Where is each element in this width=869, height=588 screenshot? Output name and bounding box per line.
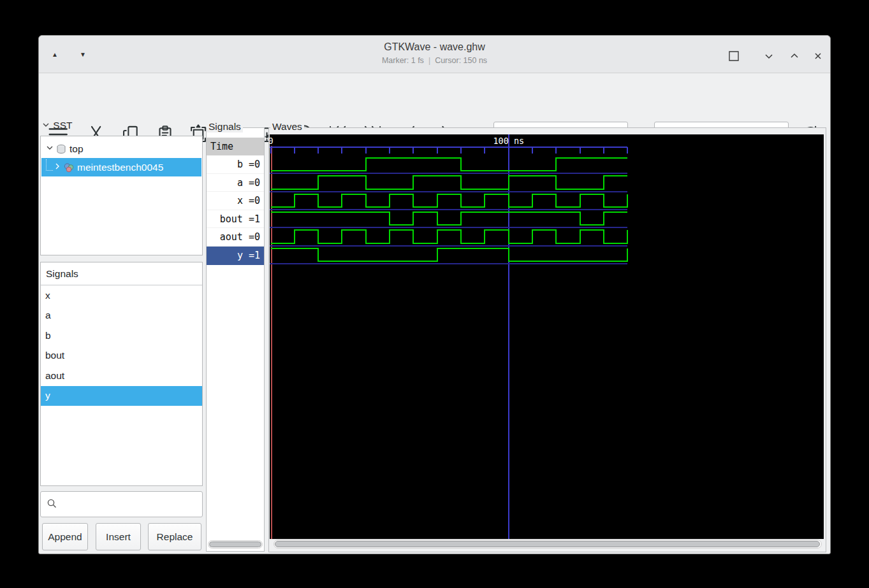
scrollbar-thumb[interactable] — [275, 541, 820, 547]
tree-item-top[interactable]: top — [41, 140, 201, 158]
chevron-right-icon[interactable] — [53, 162, 62, 173]
replace-button[interactable]: Replace — [148, 523, 201, 550]
window-title: GTKWave - wave.ghw — [39, 41, 830, 53]
value-row-aout[interactable]: aout =0 — [207, 228, 264, 247]
tree-item-meintestbench0045[interactable]: meintestbench0045 — [41, 158, 201, 176]
signal-browser: Signals xabboutaouty — [40, 262, 203, 486]
fullscreen-icon[interactable] — [726, 48, 741, 64]
signal-item-aout[interactable]: aout — [41, 366, 202, 386]
search-input[interactable] — [57, 492, 202, 517]
svg-text:0: 0 — [270, 136, 274, 146]
chevron-down-icon[interactable] — [41, 120, 50, 132]
tree-connector — [46, 159, 53, 171]
signals-values-panel: Time b =0a =0x =0bout =1aout =0y =1 — [206, 127, 265, 552]
signal-item-bout[interactable]: bout — [41, 346, 202, 366]
toolbar: From: To: — [39, 74, 830, 118]
signal-item-x[interactable]: x — [41, 285, 202, 306]
waves-hscrollbar[interactable] — [274, 540, 822, 549]
time-header: Time — [207, 138, 264, 155]
signals-frame-label: Signals — [207, 121, 243, 133]
search-icon — [46, 498, 57, 512]
signal-item-a[interactable]: a — [41, 306, 202, 326]
signal-browser-header: Signals — [41, 262, 202, 285]
gtkwave-window: ▲ ▼ GTKWave - wave.ghw Marker: 1 fs|Curs… — [38, 35, 831, 554]
value-row-bout[interactable]: bout =1 — [207, 210, 264, 229]
signal-item-b[interactable]: b — [41, 326, 202, 346]
append-button[interactable]: Append — [42, 523, 88, 550]
tree-item-label: meintestbench0045 — [77, 162, 163, 173]
maximize-icon[interactable] — [787, 48, 802, 64]
scrollbar-thumb[interactable] — [209, 541, 261, 547]
value-row-b[interactable]: b =0 — [207, 155, 264, 174]
marker-status: Marker: 1 fs — [382, 56, 424, 65]
sst-tree: top meintestbench0045 — [40, 136, 203, 255]
insert-button[interactable]: Insert — [96, 523, 141, 550]
waves-frame-label: Waves — [270, 121, 304, 133]
signal-browser-list: xabboutaouty — [41, 285, 202, 406]
signal-item-y[interactable]: y — [41, 386, 202, 406]
value-row-a[interactable]: a =0 — [207, 174, 264, 192]
titlebar[interactable]: ▲ ▼ GTKWave - wave.ghw Marker: 1 fs|Curs… — [39, 36, 830, 73]
close-icon[interactable] — [810, 48, 826, 64]
database-icon — [55, 143, 67, 155]
cursor-status: Cursor: 150 ns — [435, 56, 487, 65]
signals-hscrollbar[interactable] — [208, 540, 263, 549]
value-row-y[interactable]: y =1 — [207, 247, 264, 265]
tree-item-label: top — [69, 143, 84, 155]
minimize-icon[interactable] — [761, 48, 777, 64]
window-subtitle: Marker: 1 fs|Cursor: 150 ns — [39, 56, 830, 65]
chevron-down-icon[interactable] — [45, 143, 54, 155]
sst-panel-label: SST — [41, 120, 72, 132]
signal-search[interactable] — [40, 491, 203, 517]
svg-text:100 ns: 100 ns — [493, 136, 524, 146]
module-icon — [63, 162, 75, 173]
value-row-x[interactable]: x =0 — [207, 192, 264, 210]
waves-panel: 0100 ns — [268, 127, 826, 552]
wave-canvas[interactable]: 0100 ns — [270, 134, 824, 539]
